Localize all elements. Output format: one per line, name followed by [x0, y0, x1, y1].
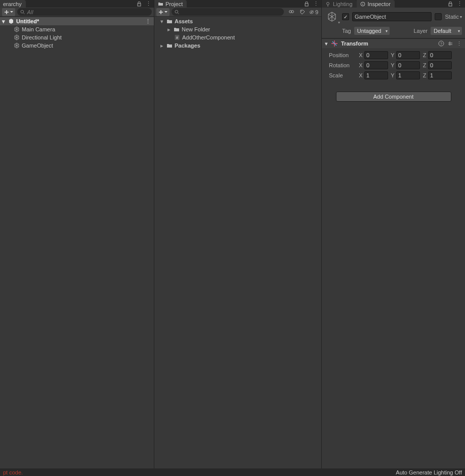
scale-x-input[interactable] — [364, 71, 388, 79]
statusbar-error[interactable]: pt code. — [3, 469, 23, 475]
scale-z-input[interactable] — [428, 71, 452, 79]
help-icon[interactable]: ? — [438, 40, 444, 47]
position-z-input[interactable] — [428, 51, 452, 59]
tag-dropdown[interactable]: Untagged▾ — [354, 27, 390, 35]
gameobject-name-input[interactable] — [352, 12, 432, 21]
preset-icon[interactable] — [447, 40, 453, 47]
filter-by-type-icon[interactable] — [287, 8, 296, 16]
filter-by-label-icon[interactable] — [298, 8, 307, 16]
collapse-icon[interactable]: ▾ — [325, 40, 328, 47]
hidden-items-toggle[interactable]: 9 — [309, 8, 318, 16]
expand-icon[interactable]: ▸ — [166, 27, 172, 32]
gameobject-active-checkbox[interactable] — [342, 13, 349, 20]
project-toolbar: 9 — [154, 8, 321, 17]
rotation-x-input[interactable] — [364, 61, 388, 69]
scene-menu-icon[interactable]: ⋮ — [145, 18, 151, 25]
project-folder-newfolder[interactable]: ▸ New Folder — [154, 25, 321, 33]
transform-scale-row: Scale X Y Z — [329, 70, 462, 80]
svg-rect-2 — [305, 4, 308, 6]
chevron-down-icon[interactable]: ▾ — [460, 15, 462, 19]
folder-icon — [157, 1, 163, 7]
hierarchy-item-gameobject[interactable]: GameObject — [0, 41, 154, 50]
gameobject-icon — [13, 42, 20, 49]
panel-lock-icon[interactable] — [136, 1, 143, 8]
svg-point-6 — [301, 11, 302, 12]
position-y-input[interactable] — [396, 51, 420, 59]
project-tabbar: Project ⋮ — [154, 0, 321, 8]
axis-x-label: X — [358, 52, 363, 58]
folder-icon — [166, 42, 173, 49]
panel-menu-icon[interactable]: ⋮ — [145, 1, 152, 8]
project-panel: Project ⋮ — [154, 0, 322, 468]
project-packages-row[interactable]: ▸ Packages — [154, 41, 321, 50]
layer-dropdown[interactable]: Default▾ — [431, 27, 462, 35]
panel-menu-icon[interactable]: ⋮ — [456, 1, 463, 8]
folder-icon — [166, 18, 173, 25]
svg-text:#: # — [176, 36, 178, 39]
statusbar: pt code. Auto Generate Lighting Off — [0, 468, 465, 476]
lighting-tab[interactable]: Lighting — [322, 0, 357, 8]
folder-label: Packages — [175, 42, 200, 49]
hierarchy-scene-row[interactable]: ▾ Untitled* ⋮ — [0, 17, 154, 25]
inspector-header: ▾ Static ▾ Tag Untagged▾ La — [322, 8, 465, 38]
axis-y-label: Y — [390, 72, 395, 78]
hierarchy-item-directional-light[interactable]: Directional Light — [0, 33, 154, 41]
collapse-icon[interactable]: ▾ — [1, 19, 6, 24]
svg-point-10 — [327, 2, 329, 5]
panel-lock-icon[interactable] — [303, 1, 310, 8]
svg-rect-12 — [449, 4, 452, 6]
folder-label: New Folder — [182, 26, 210, 32]
unity-logo-icon — [8, 18, 15, 25]
panel-lock-icon[interactable] — [447, 1, 454, 8]
scale-label: Scale — [329, 72, 356, 78]
transform-component: ▾ Transform ? ⋮ — [322, 38, 465, 82]
axis-x-label: X — [358, 72, 363, 78]
project-create-button[interactable] — [156, 8, 170, 16]
position-x-input[interactable] — [364, 51, 388, 59]
position-label: Position — [329, 52, 356, 58]
gameobject-type-icon[interactable]: ▾ — [325, 10, 339, 24]
hierarchy-tree: ▾ Untitled* ⋮ Main Camera Directional Li… — [0, 17, 154, 468]
tag-label: Tag — [342, 28, 351, 34]
axis-z-label: Z — [422, 62, 427, 68]
add-component-button[interactable]: Add Component — [336, 92, 451, 102]
panel-menu-icon[interactable]: ⋮ — [312, 1, 319, 8]
csharp-script-icon: # — [174, 34, 181, 41]
svg-point-1 — [21, 10, 24, 13]
hierarchy-create-button[interactable] — [2, 8, 15, 16]
project-tree: ▾ Assets ▸ New Folder # AddOtherComponen… — [154, 17, 321, 468]
inspector-tabbar: Lighting Inspector ⋮ — [322, 0, 465, 8]
statusbar-lighting[interactable]: Auto Generate Lighting Off — [396, 469, 462, 475]
rotation-y-input[interactable] — [396, 61, 420, 69]
collapse-icon[interactable]: ▾ — [159, 19, 164, 24]
project-tab[interactable]: Project — [154, 0, 187, 8]
svg-rect-0 — [138, 4, 141, 6]
hierarchy-tab[interactable]: erarchy — [0, 0, 26, 8]
gameobject-icon — [13, 26, 20, 33]
hierarchy-search-input[interactable] — [27, 9, 149, 15]
chevron-down-icon: ▾ — [338, 20, 340, 25]
static-label: Static — [445, 14, 459, 20]
expand-icon[interactable]: ▸ — [159, 43, 164, 48]
eye-slash-icon — [309, 10, 314, 15]
project-script-addothercomponent[interactable]: # AddOtherComponent — [154, 33, 321, 41]
transform-rotation-row: Rotation X Y Z — [329, 60, 462, 70]
hierarchy-item-main-camera[interactable]: Main Camera — [0, 25, 154, 33]
hierarchy-item-label: Main Camera — [22, 26, 55, 32]
transform-header[interactable]: ▾ Transform ? ⋮ — [322, 39, 465, 48]
static-checkbox[interactable] — [435, 13, 442, 20]
inspector-panel: Lighting Inspector ⋮ ▾ — [322, 0, 465, 468]
inspector-tab[interactable]: Inspector — [357, 0, 395, 8]
lightbulb-icon — [325, 1, 331, 7]
hierarchy-search[interactable] — [17, 8, 152, 16]
gameobject-icon — [13, 34, 20, 41]
project-search-input[interactable] — [181, 9, 281, 15]
scale-y-input[interactable] — [396, 71, 420, 79]
rotation-z-input[interactable] — [428, 61, 452, 69]
project-search[interactable] — [172, 8, 284, 16]
project-assets-row[interactable]: ▾ Assets — [154, 17, 321, 25]
search-icon — [175, 10, 179, 15]
svg-point-3 — [175, 10, 178, 13]
component-menu-icon[interactable]: ⋮ — [456, 40, 462, 47]
hierarchy-toolbar — [0, 8, 154, 17]
